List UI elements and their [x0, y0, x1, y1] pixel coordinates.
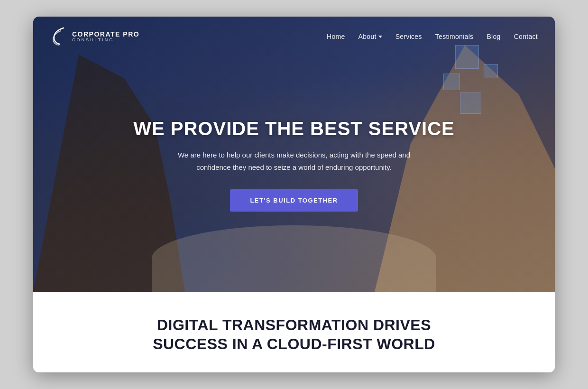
section-title: DIGITAL TRANSFORMATION DRIVES SUCCESS IN… — [71, 315, 517, 353]
cta-button[interactable]: LET'S BUILD TOGETHER — [230, 189, 358, 212]
nav-item-services[interactable]: Services — [395, 32, 422, 41]
logo-icon — [50, 26, 67, 47]
nav-item-blog[interactable]: Blog — [487, 32, 500, 41]
nav-link-services[interactable]: Services — [395, 33, 422, 40]
nav-item-testimonials[interactable]: Testimonials — [435, 32, 474, 41]
logo[interactable]: CORPORATE PRO CONSULTING — [50, 26, 139, 47]
browser-window: CORPORATE PRO CONSULTING Home About Serv… — [33, 17, 555, 372]
hero-title: WE PROVIDE THE BEST SERVICE — [133, 118, 455, 139]
nav-link-blog[interactable]: Blog — [487, 33, 500, 40]
hero-subtitle: We are here to help our clients make dec… — [171, 149, 417, 173]
hero-content: WE PROVIDE THE BEST SERVICE We are here … — [33, 56, 555, 292]
navbar: CORPORATE PRO CONSULTING Home About Serv… — [33, 17, 555, 56]
chevron-down-icon — [378, 36, 382, 38]
nav-links: Home About Services Testimonials Blog — [327, 32, 538, 41]
nav-item-home[interactable]: Home — [327, 32, 345, 41]
logo-text: CORPORATE PRO CONSULTING — [72, 31, 139, 42]
logo-subtitle: CONSULTING — [72, 37, 139, 42]
nav-item-about[interactable]: About — [358, 33, 382, 40]
hero-section: CORPORATE PRO CONSULTING Home About Serv… — [33, 17, 555, 292]
nav-link-home[interactable]: Home — [327, 33, 345, 40]
nav-link-testimonials[interactable]: Testimonials — [435, 33, 474, 40]
nav-link-contact[interactable]: Contact — [514, 33, 538, 40]
logo-title: CORPORATE PRO — [72, 31, 139, 37]
nav-link-about[interactable]: About — [358, 33, 382, 40]
below-hero-section: DIGITAL TRANSFORMATION DRIVES SUCCESS IN… — [33, 292, 555, 372]
nav-item-contact[interactable]: Contact — [514, 32, 538, 41]
